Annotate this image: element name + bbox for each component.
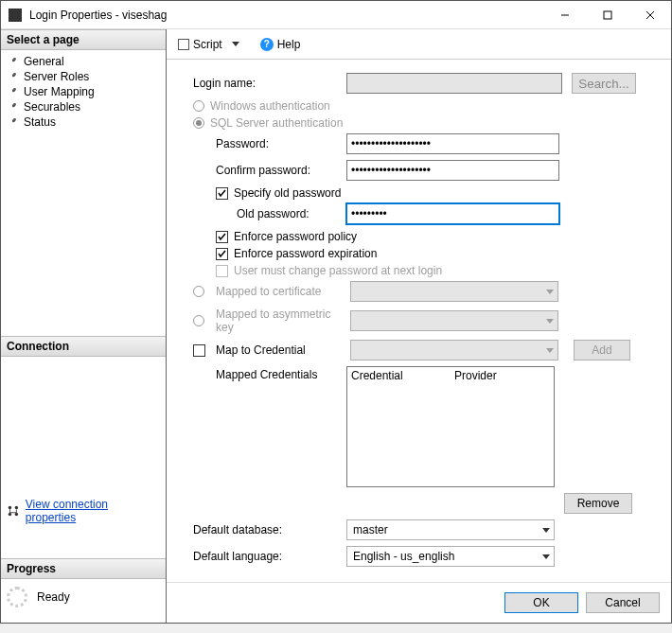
sidebar-item-server-roles[interactable]: Server Roles <box>1 69 166 84</box>
add-button[interactable]: Add <box>574 340 630 360</box>
sidebar-item-label: Securables <box>24 100 80 114</box>
ok-button[interactable]: OK <box>504 592 578 613</box>
toolbar: Script ? Help <box>167 29 671 60</box>
progress-body: Ready <box>1 579 166 623</box>
wrench-icon <box>7 116 18 128</box>
view-connection-properties-link[interactable]: View connection properties <box>26 498 160 524</box>
confirm-password-input[interactable] <box>346 160 559 181</box>
old-password-input[interactable] <box>346 203 559 224</box>
connection-header: Connection <box>1 336 166 357</box>
confirm-password-label: Confirm password: <box>193 164 343 177</box>
certificate-combo <box>350 281 558 302</box>
close-button[interactable] <box>628 1 671 29</box>
view-connection-row: View connection properties <box>1 492 166 530</box>
mapped-to-certificate-label: Mapped to certificate <box>216 285 346 298</box>
sidebar-item-securables[interactable]: Securables <box>1 99 166 114</box>
login-name-label: Login name: <box>193 77 343 90</box>
search-button[interactable]: Search... <box>572 73 636 94</box>
svg-rect-1 <box>604 11 611 19</box>
specify-old-password-checkbox[interactable] <box>216 187 228 200</box>
sidebar-item-user-mapping[interactable]: User Mapping <box>1 84 166 99</box>
remove-button[interactable]: Remove <box>564 493 632 514</box>
password-input[interactable] <box>346 133 559 154</box>
sidebar-item-label: Server Roles <box>24 70 89 83</box>
select-page-header: Select a page <box>1 29 166 50</box>
chevron-down-icon <box>542 528 550 533</box>
svg-point-5 <box>15 506 18 509</box>
wrench-icon <box>7 86 18 97</box>
sidebar-item-status[interactable]: Status <box>1 114 166 130</box>
specify-old-password-label: Specify old password <box>234 186 341 200</box>
must-change-password-checkbox <box>216 265 228 277</box>
wrench-icon <box>7 71 18 82</box>
provider-column-header: Provider <box>451 367 554 384</box>
app-icon <box>9 9 22 22</box>
map-to-credential-label: Map to Credential <box>216 343 346 357</box>
script-icon <box>178 39 189 50</box>
main-panel: Script ? Help Login name: Search... Wind <box>167 29 671 623</box>
login-name-input[interactable] <box>346 73 562 94</box>
minimize-button[interactable] <box>543 1 586 29</box>
old-password-label: Old password: <box>193 207 343 220</box>
must-change-password-label: User must change password at next login <box>234 264 442 277</box>
chevron-down-icon <box>542 554 550 559</box>
titlebar: Login Properties - viseshag <box>1 1 671 29</box>
general-form: Login name: Search... Windows authentica… <box>167 60 671 582</box>
svg-point-4 <box>9 506 11 509</box>
svg-point-6 <box>9 513 11 516</box>
asym-key-combo <box>350 310 558 331</box>
windows-auth-label: Windows authentication <box>210 99 330 113</box>
windows-auth-radio <box>193 100 204 112</box>
default-database-label: Default database: <box>193 523 343 536</box>
enforce-policy-label: Enforce password policy <box>234 230 357 243</box>
mapped-credentials-table[interactable]: Credential Provider <box>346 366 555 487</box>
sidebar-item-label: General <box>24 55 64 68</box>
mapped-to-certificate-radio <box>193 286 204 297</box>
login-properties-window: Login Properties - viseshag Select a pag… <box>0 0 672 624</box>
mapped-credentials-label: Mapped Credentials <box>193 366 343 381</box>
default-language-label: Default language: <box>193 550 343 563</box>
map-to-credential-checkbox[interactable] <box>193 344 205 357</box>
help-icon: ? <box>260 38 274 51</box>
page-list: General Server Roles User Mapping Secura… <box>1 50 166 133</box>
progress-spinner-icon <box>7 587 27 607</box>
sidebar-item-label: Status <box>24 115 56 129</box>
help-label: Help <box>277 38 301 51</box>
script-button[interactable]: Script <box>174 36 226 53</box>
sidebar-item-general[interactable]: General <box>1 54 166 69</box>
enforce-expiration-label: Enforce password expiration <box>234 247 377 260</box>
connection-icon <box>7 504 20 518</box>
default-database-select[interactable]: master <box>346 519 555 540</box>
sidebar: Select a page General Server Roles User … <box>1 29 167 623</box>
wrench-icon <box>7 56 18 67</box>
progress-status: Ready <box>37 590 70 604</box>
sidebar-item-label: User Mapping <box>24 85 95 98</box>
enforce-expiration-checkbox[interactable] <box>216 248 228 260</box>
credential-column-header: Credential <box>347 367 451 384</box>
default-language-value: English - us_english <box>353 550 454 563</box>
sql-auth-radio <box>193 117 204 129</box>
help-button[interactable]: ? Help <box>256 36 305 53</box>
enforce-policy-checkbox[interactable] <box>216 231 228 243</box>
maximize-button[interactable] <box>586 1 628 29</box>
default-language-select[interactable]: English - us_english <box>346 546 555 567</box>
credential-combo <box>350 340 558 360</box>
progress-header: Progress <box>1 558 166 579</box>
wrench-icon <box>7 101 18 113</box>
mapped-to-asym-key-label: Mapped to asymmetric key <box>216 308 346 334</box>
svg-point-7 <box>15 513 18 516</box>
default-database-value: master <box>353 523 388 536</box>
password-label: Password: <box>193 137 343 150</box>
sql-auth-label: SQL Server authentication <box>210 116 343 130</box>
mapped-to-asym-key-radio <box>193 315 204 326</box>
dialog-footer: OK Cancel <box>167 582 671 623</box>
script-label: Script <box>193 38 222 51</box>
cancel-button[interactable]: Cancel <box>586 592 660 613</box>
window-title: Login Properties - viseshag <box>29 9 543 22</box>
script-dropdown-caret[interactable] <box>232 42 239 46</box>
